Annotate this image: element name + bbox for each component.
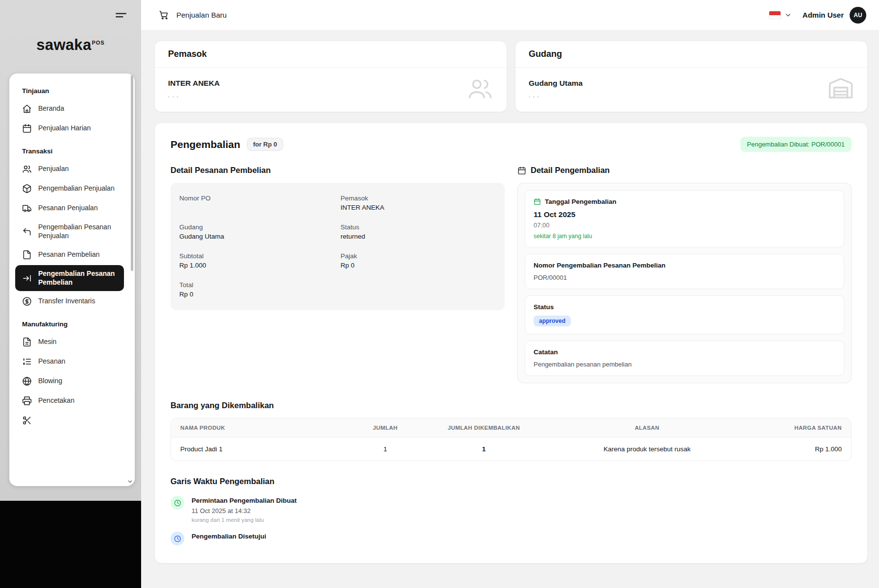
warehouse-icon (828, 75, 854, 102)
sidebar-item-truncated[interactable] (15, 411, 124, 430)
topbar-right: Admin User AU (769, 7, 866, 24)
po-field: Total Rp 0 (179, 281, 335, 298)
po-field: Status returned (341, 223, 496, 241)
sidebar-item-pesanan-pembelian[interactable]: Pesanan Pembelian (15, 245, 124, 264)
sidebar-item-mesin[interactable]: Mesin (15, 333, 124, 351)
timeline-title: Permintaan Pengembalian Dibuat (192, 496, 297, 504)
sidebar-item-pesanan-penjualan[interactable]: Pesanan Penjualan (15, 199, 124, 218)
returned-qty-cell: 1 (416, 438, 552, 461)
product-name-cell: Product Jadi 1 (171, 438, 355, 461)
col-unit-price: HARGA SATUAN (742, 418, 851, 438)
col-returned-qty: JUMLAH DIKEMBALIKAN (416, 418, 552, 438)
return-detail-section: Detail Pengembalian Tanggal Pengembalian… (517, 166, 852, 383)
sidebar-item-pencetakan[interactable]: Pencetakan (15, 392, 124, 410)
cart-icon (159, 10, 169, 20)
timeline-event: Permintaan Pengembalian Dibuat 11 Oct 20… (171, 496, 852, 523)
brand-logo: sawakaPOS (0, 36, 141, 54)
menu-icon (115, 9, 127, 22)
sidebar-item-penjualan-harian[interactable]: Penjualan Harian (15, 119, 124, 138)
globe-icon (22, 376, 32, 386)
return-created-badge: Pengembalian Dibuat: POR/00001 (740, 137, 852, 152)
chevron-down-icon (127, 478, 133, 485)
po-field: Nomor PO (179, 195, 335, 212)
sidebar-surface: sawakaPOS Tinjauan Beranda Penjualan Har… (0, 0, 141, 501)
warehouse-name: Gudang Utama (529, 79, 583, 88)
circle-dollar-icon (22, 296, 32, 306)
chevron-down-icon (784, 11, 792, 19)
list-ordered-icon (22, 357, 32, 367)
nav-section-transaksi: Transaksi (22, 147, 124, 155)
table-header-row: NAMA PRODUK JUMLAH JUMLAH DIKEMBALIKAN A… (171, 418, 851, 438)
printer-icon (22, 396, 32, 406)
sidebar: sawakaPOS Tinjauan Beranda Penjualan Har… (0, 0, 141, 588)
sidebar-item-label: Pengembalian Pesanan Penjualan (38, 223, 116, 240)
nav-section-manufakturing: Manufakturing (22, 320, 124, 328)
clock-icon (171, 496, 184, 510)
col-qty: JUMLAH (355, 418, 416, 438)
return-relative-time: sekitar 8 jam yang lalu (534, 233, 835, 240)
nav-scroll-down-indicator[interactable] (127, 478, 133, 485)
scissors-icon (22, 416, 32, 425)
truck-icon (22, 203, 32, 213)
sidebar-item-pengembalian-penjualan[interactable]: Pengembalian Penjualan (15, 179, 124, 198)
sidebar-item-pesanan[interactable]: Pesanan (15, 352, 124, 371)
users-icon (467, 75, 493, 102)
page-title-group: Penjualan Baru (159, 10, 227, 20)
return-detail-heading: Detail Pengembalian (517, 166, 852, 175)
sidebar-item-label: Penjualan (38, 165, 69, 173)
table-row: Product Jadi 1 1 1 Karena produk tersebu… (171, 438, 851, 461)
return-amount-badge: for Rp 0 (247, 138, 283, 151)
return-note: Pengembalian pesanan pembelian (534, 361, 835, 368)
sidebar-item-label: Beranda (38, 104, 64, 113)
return-note-card: Catatan Pengembalian pesanan pembelian (525, 341, 844, 376)
file-text-icon (22, 337, 32, 347)
sidebar-item-pengembalian-pesanan-penjualan[interactable]: Pengembalian Pesanan Penjualan (15, 219, 124, 245)
warehouse-card-title: Gudang (515, 41, 867, 68)
return-date-label: Tanggal Pengembalian (545, 198, 616, 205)
content-area: Pemasok INTER ANEKA , , , Gudang (141, 30, 879, 588)
po-field: Pajak Rp 0 (341, 252, 496, 270)
po-detail-heading: Detail Pesanan Pembelian (171, 166, 505, 175)
timeline-title: Pengembalian Disetujui (192, 532, 266, 540)
language-selector[interactable] (769, 11, 792, 19)
return-status-card: Status approved (525, 295, 844, 334)
sidebar-item-beranda[interactable]: Beranda (15, 99, 124, 118)
timeline-timestamp: 11 Oct 2025 at 14:32 (192, 507, 297, 514)
unit-price-cell: Rp 1.000 (742, 438, 851, 461)
hamburger-menu-button[interactable] (115, 9, 127, 22)
nav-section-tinjauan: Tinjauan (22, 87, 124, 95)
file-icon (22, 250, 32, 260)
supplier-name: INTER ANEKA (168, 79, 220, 88)
po-field: Subtotal Rp 1.000 (179, 252, 335, 270)
clock-icon (171, 532, 184, 545)
sidebar-item-label: Pesanan Penjualan (38, 204, 98, 213)
sidebar-item-label: Transfer Inventaris (38, 297, 95, 306)
qty-cell: 1 (355, 438, 416, 461)
po-field: Pemasok INTER ANEKA (341, 195, 496, 212)
return-time: 07:00 (534, 221, 835, 229)
return-note-label: Catatan (534, 348, 835, 356)
sidebar-item-penjualan[interactable]: Penjualan (15, 160, 124, 178)
return-card: Pengembalian for Rp 0 Pengembalian Dibua… (154, 122, 868, 564)
items-heading: Barang yang Dikembalikan (171, 401, 852, 410)
sidebar-item-blowing[interactable]: Blowing (15, 372, 124, 391)
user-avatar[interactable]: AU (850, 7, 866, 24)
status-badge: approved (534, 316, 571, 326)
home-icon (22, 104, 32, 114)
sidebar-nav-panel: Tinjauan Beranda Penjualan Harian Transa… (9, 74, 135, 486)
sidebar-item-transfer-inventaris[interactable]: Transfer Inventaris (15, 292, 124, 311)
timeline-section: Garis Waktu Pengembalian Permintaan Peng… (171, 477, 852, 545)
sidebar-item-pengembalian-pesanan-pembelian[interactable]: Pengembalian Pesanan Pembelian (15, 265, 124, 291)
return-status-label: Status (534, 303, 835, 311)
po-field: Gudang Gudang Utama (179, 223, 335, 241)
return-number-label: Nomor Pengembalian Pesanan Pembelian (534, 262, 835, 269)
return-detail-panel: Tanggal Pengembalian 11 Oct 2025 07:00 s… (517, 183, 852, 383)
nav-scrollbar-thumb[interactable] (131, 75, 133, 271)
sidebar-item-label: Penjualan Harian (38, 124, 91, 133)
calendar-icon (517, 166, 526, 175)
col-product: NAMA PRODUK (171, 418, 355, 438)
page-title: Penjualan Baru (176, 11, 227, 19)
user-name[interactable]: Admin User (803, 11, 844, 19)
po-detail-panel: Nomor PO Pemasok INTER ANEKA Gudang Guda… (171, 183, 505, 310)
main-column: Penjualan Baru Admin User AU Pemasok (141, 0, 879, 588)
